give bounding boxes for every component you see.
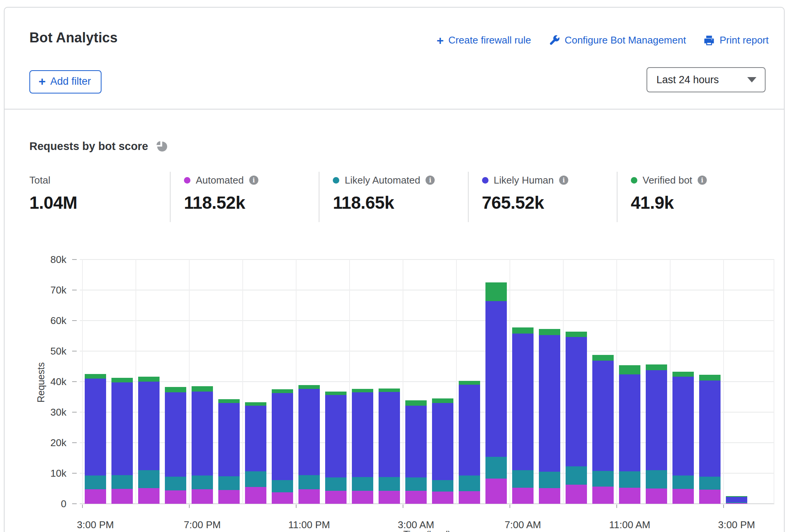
v-gridline [189,260,190,504]
bar-segment-automated [379,491,400,504]
section-title: Requests by bot score [29,140,148,153]
v-gridline [82,260,83,504]
stacked-bar-100pm[interactable] [672,372,694,504]
bar-segment-likely-human [352,392,373,477]
stat-likely-automated: Likely Automated i 118.65k [319,172,468,222]
stacked-bar-200pm[interactable] [699,375,721,504]
stacked-bar-500pm[interactable] [138,377,160,504]
bar-segment-likely-automated [218,476,240,490]
bar-segment-likely-automated [592,471,614,487]
bar-segment-likely-human [405,406,427,477]
stacked-bar-200am[interactable] [379,389,400,504]
bar-segment-likely-human [512,334,534,470]
bar-segment-verified-bot [459,381,480,385]
bar-segment-likely-automated [138,470,160,488]
bar-segment-automated [512,488,534,504]
wrench-icon [548,35,560,46]
stat-likely-human-label: Likely Human [494,174,554,186]
x-tick-label: 11:00 AM [609,519,650,531]
info-icon[interactable]: i [559,176,568,185]
v-gridline [616,260,617,504]
bar-segment-verified-bot [85,374,106,379]
print-report-link[interactable]: Print report [703,34,769,46]
y-tick-label: 40k [24,376,66,388]
stat-total: Total 1.04M [29,172,170,222]
bar-segment-automated [566,485,587,504]
info-icon[interactable]: i [249,176,258,185]
bar-segment-likely-automated [646,470,667,488]
bar-segment-verified-bot [485,282,507,301]
stacked-bar-1200am[interactable] [325,392,347,504]
stacked-bar-300am[interactable] [405,400,427,504]
automated-dot-icon [184,177,190,184]
info-icon[interactable]: i [698,176,707,185]
h-gridline [80,290,774,290]
y-tick-label: 60k [24,315,66,327]
y-tick [72,473,77,474]
stacked-bar-1000am[interactable] [592,355,614,504]
bar-segment-likely-human [325,395,347,477]
stacked-bar-900am[interactable] [566,332,587,504]
stacked-bar-300pm[interactable] [726,496,747,504]
h-gridline [80,351,774,351]
y-tick [72,503,77,504]
stacked-bar-600am[interactable] [485,282,507,504]
bar-segment-verified-bot [272,389,293,393]
stacked-bar-700pm[interactable] [192,386,213,504]
y-tick [72,412,77,413]
y-tick-label: 10k [24,468,66,479]
y-axis-title: Requests [35,362,47,403]
stat-verified-bot-value: 41.9k [631,192,766,213]
stacked-bar-400am[interactable] [432,398,453,504]
bar-segment-verified-bot [165,387,186,392]
stacked-bar-1100pm[interactable] [298,385,320,504]
bar-segment-likely-automated [672,476,694,488]
bar-segment-likely-human [459,385,480,476]
page: Bot Analytics + Create firewall rule Con… [0,0,790,532]
bar-segment-likely-automated [245,471,266,487]
x-tick-label: 3:00 AM [398,519,434,531]
stat-verified-bot: Verified bot i 41.9k [617,172,766,222]
stacked-bar-900pm[interactable] [245,402,266,504]
h-gridline [80,259,774,260]
likely-automated-dot-icon [333,177,339,184]
bar-segment-verified-bot [218,399,240,403]
bar-segment-likely-human [272,393,293,480]
bar-segment-likely-automated [272,480,293,493]
y-tick-label: 30k [24,406,66,418]
y-tick-label: 0 [24,498,66,510]
stacked-bar-500am[interactable] [459,381,480,504]
configure-bot-management-link[interactable]: Configure Bot Management [548,34,686,46]
stacked-bar-100am[interactable] [352,389,373,504]
add-filter-button[interactable]: + Add filter [29,70,102,94]
stacked-bar-700am[interactable] [512,327,534,504]
stacked-bar-800pm[interactable] [218,399,240,504]
stacked-bar-800am[interactable] [539,329,560,504]
header-actions: + Create firewall rule Configure Bot Man… [437,34,769,46]
y-tick [72,381,77,382]
stacked-bar-1100am[interactable] [619,365,640,504]
bar-segment-automated [352,491,373,504]
v-gridline [563,260,564,504]
bar-segment-verified-bot [699,375,721,380]
stacked-bar-600pm[interactable] [165,387,186,504]
info-icon[interactable]: i [426,176,435,185]
section-heading: Requests by bot score [29,139,168,153]
y-tick-label: 20k [24,437,66,449]
bar-segment-verified-bot [192,386,213,392]
bar-segment-likely-automated [619,471,640,488]
bar-segment-automated [459,491,480,504]
stacked-bar-1000pm[interactable] [272,389,293,504]
bar-segment-likely-human [165,392,186,477]
stacked-bar-300pm[interactable] [85,374,106,504]
bar-segment-likely-human [699,380,721,477]
create-firewall-rule-link[interactable]: + Create firewall rule [437,34,531,46]
x-tick [82,505,83,508]
bar-segment-verified-bot [672,372,694,377]
x-tick [616,505,617,508]
stacked-bar-400pm[interactable] [111,378,133,504]
time-range-select[interactable]: Last 24 hours [647,67,766,92]
stacked-bar-1200pm[interactable] [646,364,667,504]
bar-segment-automated [325,491,347,504]
bar-segment-likely-automated [325,477,347,490]
